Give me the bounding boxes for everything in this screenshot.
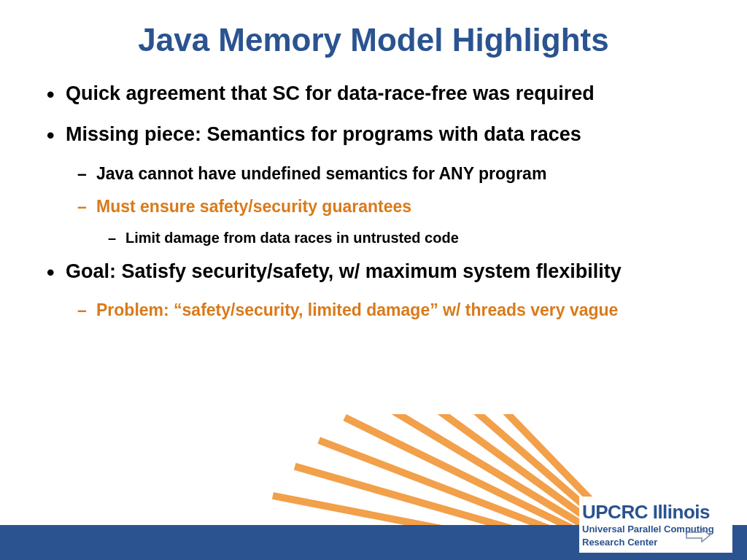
bullet-2b: Must ensure safety/security guarantees xyxy=(44,195,703,218)
bullet-2: Missing piece: Semantics for programs wi… xyxy=(44,121,703,147)
arrow-right-icon xyxy=(686,528,711,542)
bullet-3: Goal: Satisfy security/safety, w/ maximu… xyxy=(44,258,703,284)
bullet-1: Quick agreement that SC for data-race-fr… xyxy=(44,80,703,106)
bullet-3a: Problem: “safety/security, limited damag… xyxy=(44,299,703,322)
bullet-2a: Java cannot have undefined semantics for… xyxy=(44,163,703,185)
bullet-2b1: Limit damage from data races in untruste… xyxy=(44,228,703,248)
upcrc-logo: UPCRC Illinois Universal Parallel Comput… xyxy=(579,497,732,553)
logo-title: UPCRC Illinois xyxy=(582,502,729,521)
bullet-list: Quick agreement that SC for data-race-fr… xyxy=(44,80,703,322)
slide-title: Java Memory Model Highlights xyxy=(44,22,703,58)
slide-body: Java Memory Model Highlights Quick agree… xyxy=(0,0,747,322)
